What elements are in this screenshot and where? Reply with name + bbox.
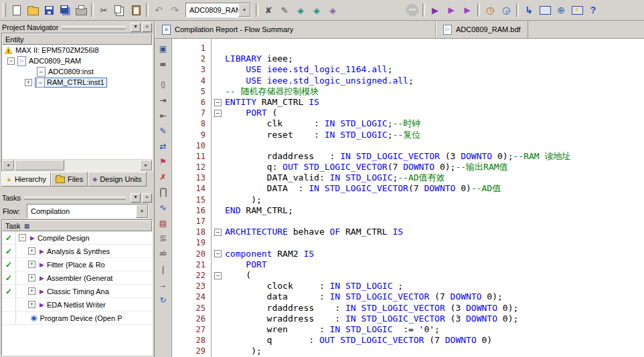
pin-planner-button[interactable]: ✎ bbox=[276, 3, 293, 17]
flow-dropdown-icon[interactable]: ▼ bbox=[136, 205, 148, 218]
cut-button[interactable]: ✂ bbox=[96, 3, 112, 17]
expand-plus-icon[interactable]: + bbox=[28, 274, 35, 281]
help-book-button[interactable]: ▤ bbox=[156, 216, 170, 230]
insert-template-icon: {} bbox=[161, 82, 165, 88]
scroll-left-button[interactable]: ◄ bbox=[2, 160, 14, 170]
settings-button[interactable]: ◈ bbox=[293, 3, 309, 17]
code-line: 23 clock : IN STD_LOGIC ; bbox=[172, 281, 644, 291]
fold-minus-icon[interactable]: − bbox=[214, 250, 222, 257]
print-button[interactable] bbox=[73, 3, 89, 17]
undo-button[interactable]: ↶ bbox=[151, 3, 167, 17]
classic-timing-analyzer-button[interactable]: ◷ bbox=[482, 3, 498, 17]
task-row[interactable]: ◉Program Device (Open P bbox=[2, 312, 152, 325]
expand-plus-icon[interactable]: + bbox=[28, 247, 35, 255]
paste-button[interactable] bbox=[128, 3, 144, 17]
navigator-tab-design-units[interactable]: ◆Design Units bbox=[88, 172, 146, 187]
task-row[interactable]: ✓+▶Assembler (Generat bbox=[2, 271, 152, 285]
web-update-button[interactable]: ⊕ bbox=[553, 3, 569, 17]
expand-plus-icon[interactable]: + bbox=[28, 301, 35, 308]
fold-minus-icon[interactable]: − bbox=[214, 110, 222, 117]
panel-close-button[interactable]: × bbox=[142, 193, 152, 203]
goto-button[interactable]: → bbox=[156, 277, 170, 291]
new-file-icon bbox=[13, 5, 21, 15]
eda-netlist-writer-button[interactable]: ↳ bbox=[521, 3, 537, 17]
programmer-button[interactable]: ⚡ bbox=[569, 3, 585, 17]
line-numbers-button[interactable]: 267 268 bbox=[156, 231, 170, 245]
panel-close-button[interactable]: × bbox=[142, 23, 152, 32]
detach-window-button[interactable]: ▣ bbox=[156, 41, 170, 55]
redo-button[interactable]: ↷ bbox=[167, 3, 183, 17]
assignment-editor-button[interactable]: ✘ bbox=[260, 3, 276, 17]
copy-button[interactable] bbox=[112, 3, 128, 17]
task-filter-icon[interactable]: ▦ bbox=[24, 223, 30, 229]
fold-minus-icon[interactable]: − bbox=[214, 99, 222, 106]
timequest-timing-analyzer-button[interactable]: ◶ bbox=[498, 3, 514, 17]
attach-button[interactable] bbox=[156, 185, 170, 199]
new-file-button[interactable] bbox=[9, 3, 25, 17]
tree-horizontal-scrollbar[interactable]: ◄ ► bbox=[2, 159, 152, 170]
navigator-tab-hierarchy[interactable]: ▲Hierarchy bbox=[1, 172, 51, 187]
code-plain: (7 bbox=[408, 183, 424, 193]
bookmark-button[interactable]: ⚑ bbox=[156, 154, 170, 168]
task-row[interactable]: ✓+▶Fitter (Place & Ro bbox=[2, 258, 152, 271]
replace-button[interactable]: ⇄ bbox=[156, 139, 170, 153]
toolbar-grip[interactable] bbox=[3, 3, 6, 17]
task-column-header[interactable]: Task ▦ bbox=[2, 220, 152, 231]
task-row[interactable]: ✓−▶Compile Design bbox=[2, 231, 152, 245]
entity-column-header[interactable]: Entity bbox=[2, 33, 152, 45]
navigator-tab-files[interactable]: Files bbox=[51, 172, 88, 187]
tree-item[interactable]: −▷ADC0809_RAM bbox=[2, 55, 152, 66]
tree-item[interactable]: +abcRAM_CTRL:inst1 bbox=[2, 77, 152, 88]
scrollbar-thumb[interactable] bbox=[15, 160, 64, 170]
stop-processing-button[interactable]: STOP bbox=[404, 3, 420, 17]
project-selector-combo[interactable]: ADC0809_RAM▼ bbox=[185, 3, 251, 17]
tree-item[interactable]: !MAX II: EPM570ZM256I8 bbox=[2, 45, 152, 55]
help-button[interactable]: ? bbox=[585, 3, 601, 17]
fold-minus-icon[interactable]: − bbox=[214, 229, 222, 236]
scroll-right-button[interactable]: ► bbox=[140, 160, 152, 170]
comment-button[interactable]: ✎ bbox=[156, 124, 170, 138]
remove-bookmark-button[interactable]: ✗ bbox=[156, 170, 170, 184]
report-device-button[interactable] bbox=[537, 3, 553, 17]
save-button[interactable] bbox=[41, 3, 57, 17]
combo-dropdown-icon[interactable]: ▼ bbox=[238, 3, 250, 17]
expand-plus-icon[interactable]: + bbox=[25, 79, 32, 86]
expand-plus-icon[interactable]: + bbox=[28, 287, 35, 295]
panel-minimize-button[interactable]: ▾ bbox=[131, 23, 141, 32]
find-button[interactable]: ∞ bbox=[156, 57, 170, 71]
start-compilation-button[interactable]: ▶ bbox=[427, 3, 443, 17]
expand-minus-icon[interactable]: − bbox=[19, 234, 26, 241]
document-tab[interactable]: ≣Compilation Report - Flow Summary bbox=[155, 21, 436, 38]
netlist-viewer-button[interactable]: ◈ bbox=[309, 3, 325, 17]
code-keyword: STD_LOGIC_VECTOR bbox=[361, 314, 445, 324]
start-analysis-synthesis-button[interactable]: ▶ bbox=[443, 3, 459, 17]
increase-indent-button[interactable]: ⇥ bbox=[156, 93, 170, 107]
expand-plus-icon[interactable]: + bbox=[28, 261, 35, 268]
tasks-title: Tasks bbox=[2, 194, 21, 202]
beautify-button[interactable]: ∿ bbox=[156, 201, 170, 215]
decrease-indent-button[interactable]: ⇤ bbox=[156, 108, 170, 122]
scrollbar-track[interactable] bbox=[64, 160, 140, 170]
panel-minimize-button[interactable]: ▾ bbox=[131, 193, 141, 203]
task-row[interactable]: ✓+▶Classic Timing Ana bbox=[2, 285, 152, 298]
flow-combobox[interactable]: Compilation ▼ bbox=[27, 204, 149, 219]
fold-minus-icon[interactable]: − bbox=[214, 272, 222, 279]
panel-drag-handle[interactable] bbox=[24, 197, 126, 200]
document-tab[interactable]: ▷ADC0809_RAM.bdf bbox=[436, 21, 528, 38]
start-fitter-button[interactable]: ▶ bbox=[459, 3, 475, 17]
text-style-button[interactable]: ab bbox=[156, 247, 170, 261]
save-all-button[interactable] bbox=[57, 3, 73, 17]
insert-template-button[interactable]: {} bbox=[156, 78, 170, 92]
open-file-button[interactable] bbox=[25, 3, 41, 17]
panel-drag-handle[interactable] bbox=[62, 26, 126, 29]
chip-planner-button[interactable]: ◈ bbox=[325, 3, 341, 17]
code-plain: ( bbox=[225, 270, 251, 280]
expand-minus-icon[interactable]: − bbox=[7, 57, 15, 65]
sync-button[interactable]: ↻ bbox=[156, 293, 170, 307]
task-row[interactable]: +▶EDA Netlist Writer bbox=[2, 298, 152, 312]
task-row[interactable]: ✓+▶Analysis & Synthes bbox=[2, 245, 152, 258]
cursor-line-button[interactable]: | bbox=[156, 262, 170, 276]
code-plain: q: bbox=[225, 162, 283, 172]
tree-item[interactable]: abcADC0809:inst bbox=[2, 66, 152, 77]
code-area[interactable]: 12LIBRARY ieee;3 USE ieee.std_logic_1164… bbox=[172, 39, 644, 357]
